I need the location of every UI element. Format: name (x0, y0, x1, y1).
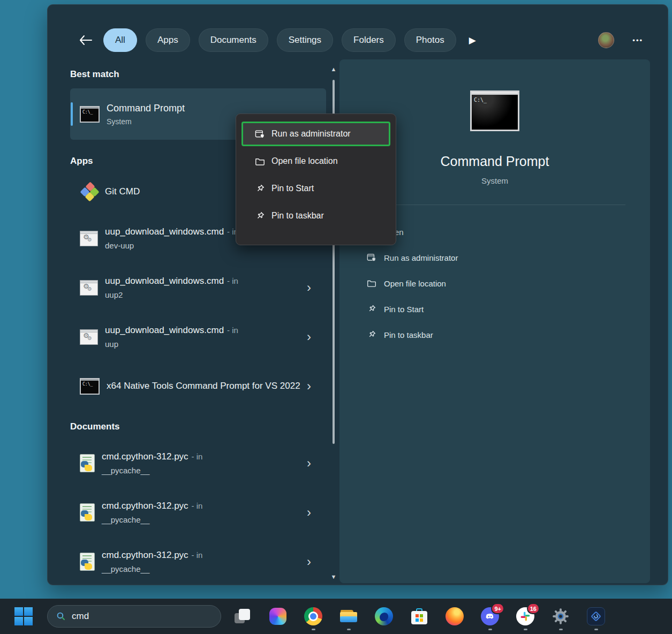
pin-icon (366, 304, 377, 314)
tab-settings-label: Settings (289, 35, 321, 46)
tab-documents[interactable]: Documents (199, 28, 268, 52)
gear-glyph: ⚙ (87, 336, 92, 341)
result-pyc-3[interactable]: cmd.cpython-312.pyc- in __pycache__ › (70, 538, 326, 585)
options-ellipsis-icon[interactable]: ••• (632, 36, 643, 44)
context-menu-pin-to-start[interactable]: Pin to Start (241, 176, 390, 201)
tab-photos[interactable]: Photos (404, 28, 456, 52)
search-icon (56, 612, 66, 621)
context-menu-item-label: Pin to Start (271, 184, 314, 193)
running-indicator (594, 629, 598, 630)
result-title: uup_download_windows.cmd (105, 276, 224, 286)
copilot-button[interactable] (267, 606, 289, 627)
discord-button[interactable]: 9+ (479, 606, 501, 627)
tab-settings[interactable]: Settings (277, 28, 333, 52)
context-menu-run-as-administrator[interactable]: Run as administrator (241, 122, 390, 146)
result-pyc-1[interactable]: cmd.cpython-312.pyc- in __pycache__ › (70, 440, 326, 487)
selection-accent-bar (71, 102, 73, 126)
chevron-right-icon[interactable]: › (307, 506, 321, 519)
search-flyout-panel: All Apps Documents Settings Folders Phot… (47, 4, 668, 585)
chrome-button[interactable] (303, 606, 324, 627)
sync-app-button[interactable] (585, 606, 607, 627)
action-run-as-administrator[interactable]: Run as administrator (339, 245, 650, 270)
context-menu-open-file-location[interactable]: Open file location (241, 149, 390, 173)
microsoft-store-button[interactable] (409, 606, 430, 627)
running-indicator (347, 629, 351, 630)
section-header-best-match: Best match (70, 69, 326, 81)
chevron-right-icon[interactable]: › (307, 380, 321, 393)
windows-logo-icon (14, 607, 33, 625)
file-explorer-button[interactable] (338, 606, 359, 627)
scroll-down-icon[interactable]: ▼ (329, 573, 338, 580)
result-subtitle: __pycache__ (102, 515, 202, 524)
user-avatar[interactable] (598, 32, 614, 48)
back-button[interactable] (78, 32, 94, 48)
action-open-file-location[interactable]: Open file location (339, 270, 650, 296)
python-file-icon (80, 553, 95, 571)
start-button[interactable] (13, 606, 34, 627)
taskbar-search-box[interactable] (47, 605, 221, 628)
tab-documents-label: Documents (210, 35, 256, 46)
chevron-right-icon[interactable]: › (307, 555, 321, 568)
action-pin-to-start[interactable]: Pin to Start (339, 296, 650, 322)
chevron-right-icon[interactable]: › (307, 330, 321, 343)
preview-subtitle: System (481, 176, 508, 185)
action-label: Pin to Start (384, 305, 424, 314)
result-x64-native-tools[interactable]: C:\_ x64 Native Tools Command Prompt for… (70, 363, 326, 410)
result-subtitle: uup (105, 339, 238, 349)
context-menu-item-label: Open file location (271, 156, 338, 166)
result-title: cmd.cpython-312.pyc (102, 451, 188, 462)
running-indicator (524, 629, 527, 630)
folder-outline-icon (254, 156, 265, 167)
action-pin-to-taskbar[interactable]: Pin to taskbar (339, 322, 650, 348)
command-prompt-icon: C:\_ (80, 378, 100, 395)
batch-file-icon: ⚙⚙ (80, 280, 98, 296)
tab-all[interactable]: All (103, 28, 137, 52)
back-arrow-icon (79, 35, 93, 46)
python-file-icon (80, 454, 95, 472)
batch-file-icon: ⚙⚙ (80, 329, 98, 345)
result-subtitle: System (107, 117, 185, 126)
edge-icon (375, 607, 393, 625)
result-subtitle: uup2 (105, 290, 238, 299)
filter-bar-right: ••• (598, 32, 643, 48)
chrome-icon (304, 607, 322, 625)
context-menu-item-label: Pin to taskbar (271, 211, 324, 221)
context-menu: Run as administrator Open file location … (236, 114, 396, 245)
copilot-icon (269, 608, 286, 625)
scroll-up-icon[interactable]: ▲ (329, 66, 338, 72)
settings-button[interactable] (550, 606, 571, 627)
cmd-prompt-text: C:\_ (82, 110, 93, 115)
task-view-button[interactable] (231, 606, 253, 627)
tab-folders[interactable]: Folders (342, 28, 396, 52)
chevron-right-icon[interactable]: › (307, 281, 321, 294)
result-subtitle: __pycache__ (102, 564, 202, 573)
tab-apps[interactable]: Apps (146, 28, 190, 52)
firefox-button[interactable] (444, 606, 465, 627)
admin-shield-icon (254, 129, 265, 139)
result-uup-uup[interactable]: ⚙⚙ uup_download_windows.cmd- in uup › (70, 313, 326, 360)
result-pyc-2[interactable]: cmd.cpython-312.pyc- in __pycache__ › (70, 489, 326, 536)
result-title: cmd.cpython-312.pyc (102, 550, 188, 560)
batch-file-icon: ⚙⚙ (80, 231, 98, 246)
firefox-icon (446, 607, 464, 625)
taskbar-search-input[interactable] (72, 611, 200, 622)
more-filters-icon[interactable]: ▶ (469, 35, 476, 46)
admin-shield-icon (366, 253, 377, 262)
tab-folders-label: Folders (353, 35, 384, 46)
running-indicator (559, 629, 563, 630)
pin-icon (366, 330, 377, 339)
tab-photos-label: Photos (416, 35, 444, 46)
result-suffix: - in (192, 501, 203, 510)
result-uup-uup2[interactable]: ⚙⚙ uup_download_windows.cmd- in uup2 › (70, 264, 326, 311)
sync-app-icon (587, 607, 605, 625)
result-subtitle: __pycache__ (102, 466, 202, 475)
edge-button[interactable] (373, 606, 395, 627)
gear-glyph: ⚙ (87, 286, 92, 292)
microsoft-store-icon (411, 608, 427, 624)
context-menu-pin-to-taskbar[interactable]: Pin to taskbar (241, 203, 390, 228)
slack-button[interactable]: 16 (515, 606, 536, 627)
desktop: { "header": { "tabs": [ { "label": "All"… (0, 0, 672, 634)
action-label: Open file location (384, 279, 446, 288)
chevron-right-icon[interactable]: › (307, 457, 321, 470)
result-title: Git CMD (105, 186, 140, 197)
